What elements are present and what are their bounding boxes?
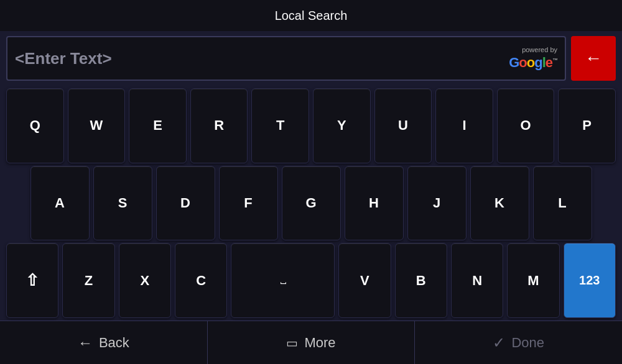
key-w[interactable]: W: [68, 88, 126, 163]
key-c[interactable]: C: [175, 243, 227, 318]
key-e[interactable]: E: [129, 88, 187, 163]
page-title: Local Search: [275, 9, 348, 23]
done-label: Done: [511, 335, 544, 351]
key-j[interactable]: J: [407, 166, 466, 241]
keyboard-row-1: Q W E R T Y U I O P: [6, 88, 616, 163]
google-badge: powered by Google™: [509, 46, 557, 71]
key-s[interactable]: S: [93, 166, 152, 241]
powered-by-text: powered by: [522, 46, 557, 53]
key-x[interactable]: X: [119, 243, 171, 318]
done-icon: ✓: [493, 334, 505, 352]
search-area: <Enter Text> powered by Google™ ←: [0, 31, 622, 86]
title-bar: Local Search: [0, 0, 622, 31]
google-tm: ™: [552, 57, 557, 63]
key-y[interactable]: Y: [313, 88, 371, 163]
key-h[interactable]: H: [345, 166, 404, 241]
more-button[interactable]: ▭ More: [208, 321, 415, 364]
key-n[interactable]: N: [451, 243, 503, 318]
shift-key[interactable]: ⇧: [6, 243, 58, 318]
done-button[interactable]: ✓ Done: [415, 321, 622, 364]
key-p[interactable]: P: [558, 88, 616, 163]
key-g[interactable]: G: [282, 166, 341, 241]
key-t[interactable]: T: [251, 88, 309, 163]
search-placeholder: <Enter Text>: [15, 49, 112, 68]
key-k[interactable]: K: [470, 166, 529, 241]
back-icon: ←: [78, 334, 93, 352]
key-a[interactable]: A: [30, 166, 90, 241]
key-z[interactable]: Z: [62, 243, 114, 318]
key-m[interactable]: M: [507, 243, 559, 318]
back-label: Back: [99, 335, 129, 351]
backspace-icon: ←: [585, 48, 602, 68]
key-123[interactable]: 123: [564, 243, 616, 318]
key-l[interactable]: L: [533, 166, 592, 241]
key-r[interactable]: R: [190, 88, 248, 163]
bottom-bar: ← Back ▭ More ✓ Done: [0, 321, 622, 364]
google-logo: Google™: [509, 55, 557, 71]
more-label: More: [304, 335, 335, 351]
key-q[interactable]: Q: [6, 88, 64, 163]
key-b[interactable]: B: [395, 243, 447, 318]
keyboard-area: Q W E R T Y U I O P A S D F G H J K L ⇧ …: [0, 86, 622, 321]
backspace-button[interactable]: ←: [571, 36, 616, 81]
key-u[interactable]: U: [374, 88, 432, 163]
key-v[interactable]: V: [338, 243, 391, 318]
keyboard-row-2: A S D F G H J K L: [6, 166, 616, 241]
space-key[interactable]: ⎵: [231, 243, 335, 318]
key-d[interactable]: D: [156, 166, 215, 241]
keyboard-row-3: ⇧ Z X C ⎵ V B N M 123: [6, 243, 616, 318]
key-o[interactable]: O: [497, 88, 555, 163]
more-icon: ▭: [286, 335, 298, 350]
key-i[interactable]: I: [435, 88, 493, 163]
search-input-wrapper[interactable]: <Enter Text> powered by Google™: [6, 36, 566, 81]
back-button[interactable]: ← Back: [0, 321, 208, 364]
key-f[interactable]: F: [219, 166, 278, 241]
